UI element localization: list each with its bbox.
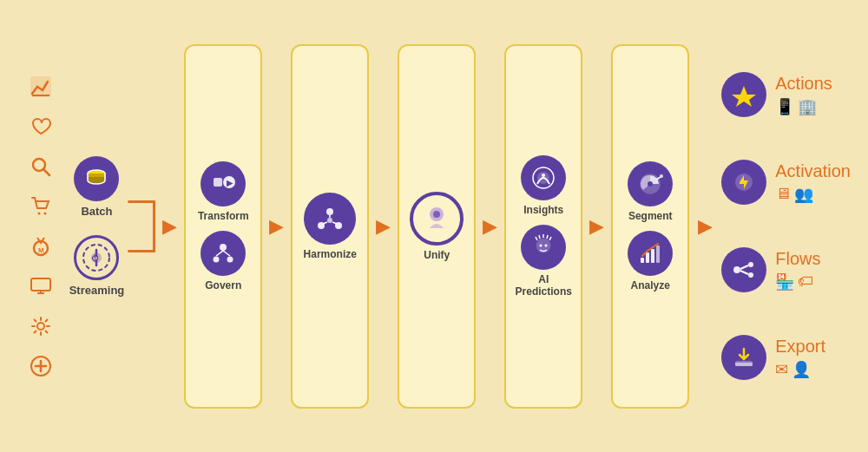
- cart-icon[interactable]: [24, 190, 57, 223]
- svg-point-4: [37, 212, 40, 214]
- flows-subicons: Flows 🏪 🏷: [775, 249, 820, 292]
- right-panel: Actions 📱 🏢 Activation 🖥 👥: [721, 44, 851, 409]
- activation-icon[interactable]: [721, 160, 766, 205]
- svg-point-52: [660, 174, 663, 178]
- activation-subicons: Activation 🖥 👥: [775, 161, 851, 204]
- analyze-label: Analyze: [631, 279, 670, 292]
- streaming-label: Streaming: [69, 284, 125, 297]
- main-container: M: [9, 10, 859, 443]
- ai-predictions-label: AIPredictions: [516, 273, 572, 298]
- batch-label: Batch: [81, 205, 112, 218]
- analyze-icon[interactable]: [628, 231, 673, 276]
- sources-section: Batch ⏱ Streaming: [69, 156, 156, 297]
- mail-icon: ✉: [775, 360, 788, 379]
- add-icon[interactable]: [24, 350, 57, 383]
- source-connector: [128, 174, 155, 278]
- monitor-icon[interactable]: [24, 270, 57, 303]
- insights-item: Insights: [521, 155, 566, 216]
- svg-point-59: [748, 262, 753, 267]
- actions-row: Actions 📱 🏢: [721, 72, 851, 117]
- medal-icon[interactable]: M: [24, 230, 57, 263]
- govern-label: Govern: [205, 279, 241, 292]
- left-sidebar: M: [17, 18, 64, 435]
- building-icon: 🏢: [798, 97, 817, 116]
- svg-point-40: [542, 174, 545, 177]
- chart-icon[interactable]: [24, 70, 57, 103]
- ai-predictions-item: AIPredictions: [516, 225, 572, 298]
- export-subicons: Export ✉ 👤: [775, 337, 825, 379]
- svg-rect-0: [30, 76, 51, 97]
- insights-label: Insights: [523, 204, 563, 216]
- svg-point-60: [748, 272, 753, 278]
- segment-label: Segment: [628, 210, 673, 222]
- svg-rect-54: [646, 252, 649, 263]
- flows-icon[interactable]: [721, 247, 766, 292]
- sources-column: Batch ⏱ Streaming: [69, 156, 125, 297]
- activation-label: Activation: [775, 161, 851, 181]
- svg-point-24: [220, 244, 227, 251]
- phone-icon: 📱: [775, 97, 794, 116]
- svg-text:⏱: ⏱: [91, 254, 99, 263]
- arrow-5: ▶: [589, 215, 604, 238]
- arrow-1: ▶: [162, 215, 177, 238]
- harmonize-icon[interactable]: [304, 193, 356, 245]
- svg-point-5: [43, 212, 46, 214]
- search-icon[interactable]: [24, 150, 57, 183]
- actions-subicons: Actions 📱 🏢: [775, 74, 832, 116]
- stage-segment: Segment Analyze: [611, 44, 689, 409]
- actions-label: Actions: [775, 74, 832, 94]
- svg-line-35: [332, 222, 337, 224]
- batch-icon[interactable]: [74, 156, 119, 201]
- svg-rect-8: [31, 278, 50, 291]
- svg-line-34: [323, 222, 327, 224]
- actions-icon[interactable]: [721, 72, 766, 117]
- stage-unify: Unify: [398, 44, 476, 409]
- svg-rect-21: [214, 178, 222, 187]
- transform-icon[interactable]: ▶: [201, 161, 246, 206]
- transform-label: Transform: [198, 210, 249, 222]
- unify-icon[interactable]: [410, 192, 464, 246]
- svg-line-27: [216, 251, 223, 256]
- flows-label: Flows: [775, 249, 820, 269]
- stage-harmonize: Harmonize: [291, 44, 369, 409]
- svg-point-50: [648, 181, 653, 187]
- svg-line-46: [549, 237, 551, 240]
- svg-text:▶: ▶: [227, 179, 233, 187]
- svg-point-26: [227, 256, 233, 262]
- gear-icon[interactable]: [24, 310, 57, 343]
- ai-predictions-icon[interactable]: [521, 225, 566, 270]
- unify-item: Unify: [410, 192, 464, 261]
- transform-item: ▶ Transform: [198, 161, 249, 222]
- govern-icon[interactable]: [201, 231, 246, 276]
- svg-line-28: [223, 251, 230, 256]
- svg-rect-53: [641, 258, 644, 263]
- export-label: Export: [775, 337, 825, 357]
- insights-icon[interactable]: [521, 155, 566, 200]
- harmonize-item: Harmonize: [304, 193, 357, 260]
- svg-text:M: M: [38, 246, 44, 254]
- svg-point-47: [540, 244, 542, 246]
- svg-line-43: [539, 235, 540, 239]
- svg-rect-64: [735, 363, 753, 366]
- streaming-icon[interactable]: ⏱: [74, 235, 119, 280]
- arrow-3: ▶: [376, 215, 391, 238]
- svg-point-48: [545, 244, 548, 246]
- arrow-2: ▶: [269, 215, 284, 238]
- flows-row: Flows 🏪 🏷: [721, 247, 851, 292]
- svg-rect-56: [656, 246, 660, 263]
- batch-source: Batch: [74, 156, 119, 218]
- heart-icon[interactable]: [24, 110, 57, 143]
- export-icon[interactable]: [721, 335, 766, 380]
- svg-line-62: [740, 271, 748, 274]
- svg-point-25: [214, 256, 220, 262]
- store-icon: 🏪: [775, 272, 794, 292]
- stage-collect: ▶ Transform Govern: [184, 44, 262, 409]
- segment-icon[interactable]: [628, 161, 673, 206]
- screen-icon: 🖥: [775, 185, 791, 204]
- arrow-4: ▶: [483, 215, 497, 238]
- svg-point-37: [433, 211, 440, 218]
- svg-line-45: [547, 235, 548, 239]
- stage-insights: Insights AIPredictions: [504, 44, 582, 409]
- svg-line-42: [536, 237, 537, 240]
- svg-line-3: [43, 169, 49, 175]
